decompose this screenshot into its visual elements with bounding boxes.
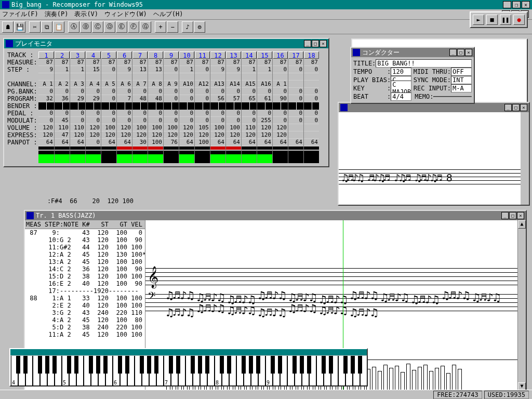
tool-d-icon[interactable]: Ⓓ [104, 21, 115, 33]
black-key[interactable] [45, 356, 49, 374]
event-row[interactable]: 10:G 2 43 120 100 90 [25, 236, 145, 244]
black-key[interactable] [329, 356, 333, 374]
minimize-button[interactable]: _ [503, 1, 511, 8]
track-number-button[interactable]: 1 [38, 51, 54, 59]
playmon-min-button[interactable]: _ [304, 40, 311, 47]
black-key[interactable] [256, 356, 260, 374]
black-key[interactable] [358, 356, 362, 374]
black-key[interactable] [307, 356, 311, 374]
track-number-button[interactable]: 12 [210, 51, 225, 59]
menu-window[interactable]: ウィンドウ(W) [104, 10, 147, 19]
black-key[interactable] [118, 356, 122, 374]
conductor-max-button[interactable]: □ [457, 49, 464, 56]
track-number-button[interactable]: 3 [70, 51, 85, 59]
tool-c-icon[interactable]: Ⓒ [92, 21, 103, 33]
track-number-button[interactable]: 4 [86, 51, 101, 59]
track-number-button[interactable]: 18 [304, 51, 319, 59]
black-key[interactable] [191, 356, 195, 374]
event-row[interactable]: 3:G 2 43 240 220 110 [25, 309, 145, 316]
menu-play[interactable]: 演奏(P) [45, 10, 69, 19]
pause-button[interactable]: ❚❚ [500, 15, 511, 25]
track-number-button[interactable]: 10 [179, 51, 194, 59]
black-key[interactable] [322, 356, 326, 374]
track-number-button[interactable]: 5 [101, 51, 116, 59]
black-key[interactable] [52, 356, 57, 374]
track-close-button[interactable]: × [517, 212, 524, 219]
play-button[interactable]: ► [473, 15, 484, 25]
black-key[interactable] [292, 356, 297, 374]
tool-plus-icon[interactable]: + [155, 21, 166, 33]
event-row[interactable]: 2:E 2 40 120 100 100 [25, 302, 145, 309]
track-number-button[interactable]: 6 [117, 51, 132, 59]
tool-paste-icon[interactable]: 📋 [53, 21, 64, 33]
track-number-button[interactable]: 13 [226, 51, 241, 59]
event-row[interactable]: 15:D 2 38 120 100 100 [25, 273, 145, 280]
close-button[interactable]: × [522, 1, 530, 8]
black-key[interactable] [220, 356, 224, 374]
black-key[interactable] [23, 356, 28, 374]
black-key[interactable] [271, 356, 275, 374]
black-key[interactable] [169, 356, 173, 374]
event-row[interactable]: 17:---------1920-------- [25, 287, 145, 295]
tool-f-icon[interactable]: Ⓕ [128, 21, 139, 33]
tempo-value[interactable]: 120 [391, 68, 411, 76]
menu-help[interactable]: ヘルプ(H) [153, 10, 183, 19]
tool-b-icon[interactable]: Ⓑ [80, 21, 91, 33]
black-key[interactable] [351, 356, 355, 374]
tool-save-icon[interactable]: 💾 [14, 21, 25, 33]
conductor-close-button[interactable]: × [465, 49, 472, 56]
track-number-button[interactable]: 2 [55, 51, 70, 59]
menu-view[interactable]: 表示(V) [74, 10, 98, 19]
tool-minus-icon[interactable]: − [167, 21, 178, 33]
track-number-button[interactable]: 14 [242, 51, 257, 59]
staff-scrollbar[interactable] [521, 112, 529, 205]
tool-g-icon[interactable]: Ⓖ [140, 21, 151, 33]
black-key[interactable] [38, 356, 42, 374]
black-key[interactable] [249, 356, 253, 374]
menu-file[interactable]: ファイル(F) [2, 10, 38, 19]
track-scroll-v[interactable]: ▲ ▼ [517, 220, 526, 391]
stop-button[interactable]: ■ [486, 15, 498, 25]
track-min-button[interactable]: _ [501, 212, 509, 219]
playmon-max-button[interactable]: □ [312, 40, 319, 47]
event-row[interactable]: 87 9: 43 120 100 0 [25, 229, 145, 236]
staff-max-button[interactable]: □ [512, 104, 520, 111]
track-number-button[interactable]: 9 [164, 51, 179, 59]
track-number-button[interactable]: 11 [195, 51, 210, 59]
black-key[interactable] [343, 356, 348, 374]
track-number-button[interactable]: 16 [273, 51, 288, 59]
beat-value[interactable]: 4/4 [391, 92, 411, 101]
black-key[interactable] [278, 356, 282, 374]
black-key[interactable] [96, 356, 100, 374]
playmon-close-button[interactable]: × [320, 40, 327, 47]
track-number-button[interactable]: 15 [257, 51, 272, 59]
recinput-value[interactable]: M-A [451, 84, 472, 92]
syncmode-value[interactable]: INT [451, 76, 472, 84]
event-row[interactable]: 12:A 2 45 120 130 100* [25, 251, 145, 258]
black-key[interactable] [154, 356, 158, 374]
tool-cut-icon[interactable]: ✂ [29, 21, 41, 33]
black-key[interactable] [176, 356, 180, 374]
black-key[interactable] [140, 356, 144, 374]
black-key[interactable] [103, 356, 108, 374]
conductor-min-button[interactable]: _ [449, 49, 457, 56]
event-row[interactable]: 4:A 2 45 120 100 80 [25, 316, 145, 324]
black-key[interactable] [89, 356, 93, 374]
event-row[interactable]: 16:E 2 40 120 100 90 [25, 280, 145, 287]
tool-tuning-icon[interactable]: ♪ [182, 21, 193, 33]
maximize-button[interactable]: ❐ [512, 1, 521, 8]
track-max-button[interactable]: □ [509, 212, 516, 219]
event-row[interactable]: 11:G#2 44 120 100 100 [25, 244, 145, 251]
black-key[interactable] [125, 356, 129, 374]
memo-value[interactable] [433, 96, 472, 97]
black-key[interactable] [147, 356, 151, 374]
tool-open-icon[interactable]: ☗ [2, 21, 14, 33]
tool-a-icon[interactable]: Ⓐ [68, 21, 79, 33]
event-row[interactable]: 5:D 2 38 240 220 100 [25, 324, 145, 331]
track-number-button[interactable]: 17 [288, 51, 303, 59]
midithru-value[interactable]: OFF [451, 68, 472, 76]
track-number-button[interactable]: 7 [132, 51, 148, 59]
black-key[interactable] [16, 356, 20, 374]
black-key[interactable] [227, 356, 231, 374]
staff-min-button[interactable]: _ [504, 104, 512, 111]
